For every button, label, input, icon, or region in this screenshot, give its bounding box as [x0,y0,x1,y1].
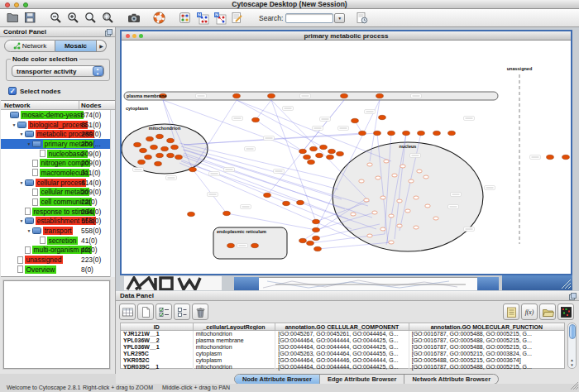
zoom-selected-region-icon[interactable] [99,10,117,26]
zoom-out-icon[interactable] [47,10,65,26]
open-icon[interactable] [4,10,22,26]
tab-scroll-right-icon[interactable]: ▶ [97,40,107,52]
edge[interactable] [256,100,271,120]
background-window-fragment[interactable] [124,276,222,290]
tab-mosaic[interactable]: Mosaic [55,40,97,52]
network-node-selected[interactable] [167,138,175,142]
cell-region[interactable]: mitochondrion [194,364,276,370]
network-node-selected[interactable] [233,93,241,98]
cell-molecular-function[interactable]: [GO:0016787, GO:0005488, GO:0005215, G..… [409,344,564,351]
tree-row[interactable]: multi-organism pro42(0) [1,246,115,256]
network-node-selected[interactable] [251,243,259,247]
edge[interactable] [271,100,366,198]
edge[interactable] [256,120,303,151]
network-node[interactable] [389,214,394,218]
tree-row[interactable]: macromolecule311(0) [1,168,115,178]
network-node-selected[interactable] [227,243,235,247]
network-node-selected[interactable] [562,155,570,159]
new-network-from-nodes-icon[interactable] [194,10,211,26]
background-window-fragment[interactable] [259,277,477,290]
network-node[interactable] [392,174,397,177]
network-node[interactable] [397,224,402,227]
tree-row[interactable]: cellular metabo209(0) [1,188,115,198]
zoom-fit-icon[interactable] [82,10,99,26]
network-node-selected[interactable] [418,131,425,135]
tab-node-attribute-browser[interactable]: Node Attribute Browser [235,375,320,384]
network-node-selected[interactable] [189,167,197,171]
tree-expand-icon[interactable]: ▼ [26,141,32,146]
zoom-in-icon[interactable] [65,10,82,26]
network-node-selected[interactable] [223,211,231,215]
network-node[interactable] [423,175,428,179]
frame-minimize-icon[interactable] [132,34,136,38]
tree-row[interactable]: response to stimulu264(0) [1,207,115,217]
cell-id[interactable]: YDR039C__1 [121,364,194,370]
cell-id[interactable]: YKR052C [121,357,194,364]
function-builder-icon[interactable]: f(x) [521,304,538,320]
tree-row[interactable]: ▼cellular process614(0) [1,178,115,188]
network-node[interactable] [414,196,419,199]
network-node-selected[interactable] [299,149,307,153]
network-node-selected[interactable] [146,136,154,141]
cell-molecular-function[interactable]: [GO:0016787, GO:0005488, GO:0005215, G..… [409,364,564,370]
tree-row[interactable]: ▼establishment of lo558(0) [1,217,115,227]
network-node-selected[interactable] [138,160,146,164]
table-row[interactable]: YJR121W__1mitochondrion[GO:0045267, GO:0… [121,331,564,337]
tree-expand-icon[interactable]: ▼ [18,131,25,136]
cell-cellular-component[interactable]: [GO:0045263, GO:0044464, GO:0044455, G..… [275,351,409,357]
cell-molecular-function[interactable]: [GO:0016787, GO:0005488, GO:0005215, G..… [409,331,564,337]
cell-molecular-function[interactable]: [GO:0005488, GO:0005215, GO:0003674] [409,357,564,364]
network-node-selected[interactable] [171,145,179,149]
new-network-from-edges-icon[interactable] [211,10,228,26]
network-node-selected[interactable] [403,131,410,135]
network-node[interactable] [425,204,430,208]
cell-id[interactable]: YPL036W__2 [121,337,194,344]
select-nodes-checkbox[interactable]: ✓ [8,87,17,95]
cell-cellular-component[interactable]: [GO:0044464, GO:0044444, GO:0044425, G..… [275,344,409,351]
network-node-selected[interactable] [156,153,164,157]
network-node-selected[interactable] [316,153,323,157]
network-node-selected[interactable] [328,149,336,153]
tree-row[interactable]: ▼primary metabo209(... [1,139,115,149]
table-row[interactable]: YLR295Ccytoplasm[GO:0045263, GO:0044464,… [121,351,564,357]
cell-cellular-component[interactable]: [GO:0044464, GO:0044444, GO:0044425, G..… [275,364,409,370]
network-node[interactable] [405,209,410,213]
edge[interactable] [184,153,345,209]
network-node-selected[interactable] [252,117,260,122]
cell-id[interactable]: YLR295C [121,351,194,357]
network-node-selected[interactable] [313,219,320,223]
zoom-window-icon[interactable] [23,2,28,7]
network-node-selected[interactable] [140,148,147,152]
network-node-selected[interactable] [308,160,315,164]
network-node-selected[interactable] [314,246,322,251]
col-region[interactable]: _cellularLayoutRegion [194,323,276,330]
network-node-selected[interactable] [313,236,320,240]
network-node[interactable] [400,165,405,168]
tree-row[interactable]: nucleobase-209(0) [1,149,115,159]
tree-row[interactable]: cell communicat22(0) [1,197,115,207]
network-node-selected[interactable] [145,155,152,159]
network-node[interactable] [384,160,389,163]
delete-attribute-icon[interactable] [192,304,208,320]
network-node-selected[interactable] [359,131,366,135]
network-node-selected[interactable] [161,146,169,151]
tree-row[interactable]: ▼metabolic process280(0) [1,129,115,139]
save-session-icon[interactable] [353,10,371,26]
network-node-selected[interactable] [264,193,271,197]
tree-col-nodes[interactable]: Nodes [81,102,101,109]
network-node-selected[interactable] [448,131,456,135]
network-node-selected[interactable] [299,238,307,242]
cell-region[interactable]: cytoplasm [194,357,276,364]
attribute-grid-icon[interactable] [119,304,136,320]
tree-expand-icon[interactable]: ▼ [11,122,17,127]
network-node-selected[interactable] [134,142,141,146]
network-node[interactable] [409,179,414,183]
network-node-selected[interactable] [376,93,384,98]
network-node[interactable] [364,198,369,202]
vizmapper-icon[interactable] [176,10,194,26]
network-node-selected[interactable] [388,131,395,135]
compartment-plasma-membrane[interactable] [124,92,498,100]
network-node-selected[interactable] [188,212,195,216]
cell-molecular-function[interactable]: [GO:0016787, GO:0005488, GO:0005215, G..… [409,337,564,344]
network-node-selected[interactable] [341,93,348,98]
